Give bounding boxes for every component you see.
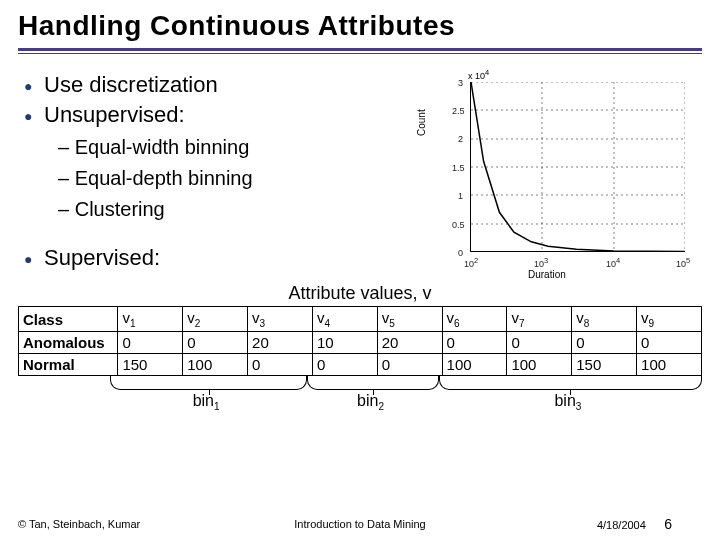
chart-grid [471, 82, 685, 252]
table-col-header: v7 [507, 307, 572, 332]
chart-xtick-2: 104 [606, 256, 620, 269]
chart-svg [471, 82, 685, 252]
table-header-row: Class v1v2v3v4v5v6v7v8v9 [19, 307, 702, 332]
table-row-label: Normal [19, 354, 118, 376]
chart-ytick-3: 3 [458, 78, 463, 88]
chart-y-exponent: x 104 [468, 68, 489, 81]
chart-ytick-2: 2 [458, 134, 463, 144]
bin-brace [439, 376, 702, 390]
chart-ytick-2-5: 2.5 [452, 106, 465, 116]
table-col-header: v8 [572, 307, 637, 332]
footer-date: 4/18/2004 [597, 519, 646, 531]
table-cell: 0 [118, 332, 183, 354]
sub-equal-width-text: Equal-width binning [75, 136, 250, 158]
table-class-header: Class [19, 307, 118, 332]
bins-row: bin1bin2bin3 [18, 376, 702, 412]
bullet-supervised-text: Supervised: [44, 245, 160, 270]
table-col-header: v1 [118, 307, 183, 332]
table-col-header: v3 [248, 307, 313, 332]
bin-label: bin3 [554, 392, 581, 412]
chart-plot-area [470, 82, 684, 252]
table-cell: 150 [572, 354, 637, 376]
table-cell: 100 [442, 354, 507, 376]
sub-equal-depth-text: Equal-depth binning [75, 167, 253, 189]
chart-xtick-1: 103 [534, 256, 548, 269]
table-cell: 0 [312, 354, 377, 376]
chart-y-exp-sup: 4 [485, 68, 489, 77]
table-cell: 0 [377, 354, 442, 376]
table-cell: 0 [248, 354, 313, 376]
bin-label: bin2 [357, 392, 384, 412]
table-col-header: v9 [637, 307, 702, 332]
table-cell: 20 [377, 332, 442, 354]
chart-ytick-0-5: 0.5 [452, 220, 465, 230]
chart-y-exp-text: x 10 [468, 71, 485, 81]
table-cell: 10 [312, 332, 377, 354]
bin-label: bin1 [193, 392, 220, 412]
chart-xtick-3: 105 [676, 256, 690, 269]
table-cell: 0 [637, 332, 702, 354]
table-cell: 0 [572, 332, 637, 354]
table-row-label: Anomalous [19, 332, 118, 354]
table-col-header: v4 [312, 307, 377, 332]
title-rule-thin [18, 53, 702, 54]
chart-curve [471, 82, 685, 251]
table-cell: 0 [442, 332, 507, 354]
slide-title: Handling Continuous Attributes [18, 10, 702, 42]
table-wrap: Attribute values, v Class v1v2v3v4v5v6v7… [18, 283, 702, 412]
attribute-table: Class v1v2v3v4v5v6v7v8v9 Anomalous002010… [18, 306, 702, 376]
table-row: Anomalous002010200000 [19, 332, 702, 354]
table-cell: 0 [183, 332, 248, 354]
chart-xlabel: Duration [528, 269, 566, 280]
sub-clustering-text: Clustering [75, 198, 165, 220]
chart-ytick-1-5: 1.5 [452, 163, 465, 173]
chart-ytick-0: 0 [458, 248, 463, 258]
table-cell: 100 [637, 354, 702, 376]
footer: © Tan, Steinbach, Kumar Introduction to … [0, 516, 720, 532]
footer-right-group: 4/18/2004 6 [597, 516, 702, 532]
chart-ylabel: Count [416, 109, 427, 136]
table-row: Normal150100000100100150100 [19, 354, 702, 376]
chart-ytick-1: 1 [458, 191, 463, 201]
content-area: x 104 [18, 72, 702, 412]
footer-page-number: 6 [664, 516, 702, 532]
table-caption: Attribute values, v [18, 283, 702, 304]
bin-brace [307, 376, 439, 390]
bullet-discretization-text: Use discretization [44, 72, 218, 97]
table-col-header: v6 [442, 307, 507, 332]
chart-xtick-0: 102 [464, 256, 478, 269]
table-cell: 0 [507, 332, 572, 354]
slide: Handling Continuous Attributes x 104 [0, 0, 720, 540]
title-rule-thick [18, 48, 702, 51]
table-col-header: v5 [377, 307, 442, 332]
table-cell: 100 [507, 354, 572, 376]
bin-brace [110, 376, 307, 390]
chart: x 104 [428, 72, 698, 276]
table-cell: 100 [183, 354, 248, 376]
table-col-header: v2 [183, 307, 248, 332]
bullet-unsupervised-text: Unsupervised: [44, 102, 185, 127]
table-cell: 150 [118, 354, 183, 376]
table-cell: 20 [248, 332, 313, 354]
